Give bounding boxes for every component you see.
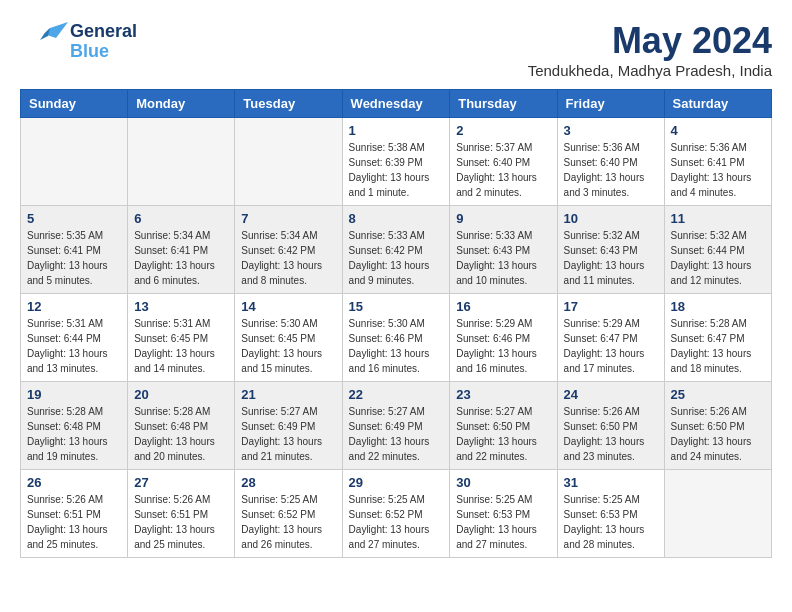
- sunrise-text: Sunrise: 5:36 AM: [671, 140, 765, 155]
- logo-bird-icon: [20, 20, 68, 64]
- day-info: Sunrise: 5:25 AMSunset: 6:53 PMDaylight:…: [564, 492, 658, 552]
- sunrise-text: Sunrise: 5:25 AM: [564, 492, 658, 507]
- weekday-header-saturday: Saturday: [664, 90, 771, 118]
- calendar-cell: 21Sunrise: 5:27 AMSunset: 6:49 PMDayligh…: [235, 382, 342, 470]
- day-number: 9: [456, 211, 550, 226]
- sunset-text: Sunset: 6:43 PM: [456, 243, 550, 258]
- calendar-week-row: 12Sunrise: 5:31 AMSunset: 6:44 PMDayligh…: [21, 294, 772, 382]
- day-info: Sunrise: 5:28 AMSunset: 6:48 PMDaylight:…: [27, 404, 121, 464]
- sunset-text: Sunset: 6:48 PM: [134, 419, 228, 434]
- day-info: Sunrise: 5:26 AMSunset: 6:51 PMDaylight:…: [134, 492, 228, 552]
- calendar-cell: 28Sunrise: 5:25 AMSunset: 6:52 PMDayligh…: [235, 470, 342, 558]
- day-number: 30: [456, 475, 550, 490]
- day-info: Sunrise: 5:31 AMSunset: 6:45 PMDaylight:…: [134, 316, 228, 376]
- sunrise-text: Sunrise: 5:28 AM: [134, 404, 228, 419]
- sunset-text: Sunset: 6:41 PM: [134, 243, 228, 258]
- daylight-text: Daylight: 13 hours and 20 minutes.: [134, 434, 228, 464]
- day-info: Sunrise: 5:30 AMSunset: 6:46 PMDaylight:…: [349, 316, 444, 376]
- daylight-text: Daylight: 13 hours and 16 minutes.: [349, 346, 444, 376]
- sunset-text: Sunset: 6:39 PM: [349, 155, 444, 170]
- daylight-text: Daylight: 13 hours and 25 minutes.: [27, 522, 121, 552]
- sunset-text: Sunset: 6:44 PM: [671, 243, 765, 258]
- calendar-week-row: 19Sunrise: 5:28 AMSunset: 6:48 PMDayligh…: [21, 382, 772, 470]
- calendar-cell: 2Sunrise: 5:37 AMSunset: 6:40 PMDaylight…: [450, 118, 557, 206]
- day-info: Sunrise: 5:27 AMSunset: 6:49 PMDaylight:…: [241, 404, 335, 464]
- daylight-text: Daylight: 13 hours and 2 minutes.: [456, 170, 550, 200]
- logo: General Blue: [20, 20, 137, 64]
- calendar-cell: 31Sunrise: 5:25 AMSunset: 6:53 PMDayligh…: [557, 470, 664, 558]
- day-number: 22: [349, 387, 444, 402]
- calendar-week-row: 26Sunrise: 5:26 AMSunset: 6:51 PMDayligh…: [21, 470, 772, 558]
- sunrise-text: Sunrise: 5:32 AM: [671, 228, 765, 243]
- sunset-text: Sunset: 6:48 PM: [27, 419, 121, 434]
- sunset-text: Sunset: 6:42 PM: [241, 243, 335, 258]
- sunrise-text: Sunrise: 5:27 AM: [456, 404, 550, 419]
- page-header: General Blue May 2024 Tendukheda, Madhya…: [20, 20, 772, 79]
- sunset-text: Sunset: 6:40 PM: [564, 155, 658, 170]
- calendar-cell: 24Sunrise: 5:26 AMSunset: 6:50 PMDayligh…: [557, 382, 664, 470]
- logo-general: General: [70, 22, 137, 42]
- calendar-cell: 23Sunrise: 5:27 AMSunset: 6:50 PMDayligh…: [450, 382, 557, 470]
- daylight-text: Daylight: 13 hours and 4 minutes.: [671, 170, 765, 200]
- calendar-week-row: 1Sunrise: 5:38 AMSunset: 6:39 PMDaylight…: [21, 118, 772, 206]
- day-number: 7: [241, 211, 335, 226]
- sunset-text: Sunset: 6:52 PM: [349, 507, 444, 522]
- day-info: Sunrise: 5:38 AMSunset: 6:39 PMDaylight:…: [349, 140, 444, 200]
- sunset-text: Sunset: 6:47 PM: [671, 331, 765, 346]
- calendar-cell: 18Sunrise: 5:28 AMSunset: 6:47 PMDayligh…: [664, 294, 771, 382]
- day-number: 11: [671, 211, 765, 226]
- calendar-cell: [235, 118, 342, 206]
- calendar-cell: 1Sunrise: 5:38 AMSunset: 6:39 PMDaylight…: [342, 118, 450, 206]
- daylight-text: Daylight: 13 hours and 1 minute.: [349, 170, 444, 200]
- sunrise-text: Sunrise: 5:34 AM: [134, 228, 228, 243]
- sunrise-text: Sunrise: 5:28 AM: [27, 404, 121, 419]
- day-number: 24: [564, 387, 658, 402]
- day-number: 1: [349, 123, 444, 138]
- daylight-text: Daylight: 13 hours and 22 minutes.: [456, 434, 550, 464]
- day-info: Sunrise: 5:25 AMSunset: 6:52 PMDaylight:…: [349, 492, 444, 552]
- daylight-text: Daylight: 13 hours and 26 minutes.: [241, 522, 335, 552]
- sunset-text: Sunset: 6:53 PM: [564, 507, 658, 522]
- daylight-text: Daylight: 13 hours and 25 minutes.: [134, 522, 228, 552]
- daylight-text: Daylight: 13 hours and 14 minutes.: [134, 346, 228, 376]
- day-number: 26: [27, 475, 121, 490]
- sunset-text: Sunset: 6:41 PM: [27, 243, 121, 258]
- calendar-cell: [128, 118, 235, 206]
- daylight-text: Daylight: 13 hours and 22 minutes.: [349, 434, 444, 464]
- location-subtitle: Tendukheda, Madhya Pradesh, India: [528, 62, 772, 79]
- day-info: Sunrise: 5:25 AMSunset: 6:53 PMDaylight:…: [456, 492, 550, 552]
- calendar-cell: 15Sunrise: 5:30 AMSunset: 6:46 PMDayligh…: [342, 294, 450, 382]
- daylight-text: Daylight: 13 hours and 9 minutes.: [349, 258, 444, 288]
- calendar-cell: 12Sunrise: 5:31 AMSunset: 6:44 PMDayligh…: [21, 294, 128, 382]
- day-number: 31: [564, 475, 658, 490]
- day-info: Sunrise: 5:32 AMSunset: 6:43 PMDaylight:…: [564, 228, 658, 288]
- day-number: 12: [27, 299, 121, 314]
- calendar-cell: 9Sunrise: 5:33 AMSunset: 6:43 PMDaylight…: [450, 206, 557, 294]
- logo-blue: Blue: [70, 42, 137, 62]
- month-year-title: May 2024: [528, 20, 772, 62]
- day-info: Sunrise: 5:36 AMSunset: 6:41 PMDaylight:…: [671, 140, 765, 200]
- sunset-text: Sunset: 6:44 PM: [27, 331, 121, 346]
- calendar-cell: 20Sunrise: 5:28 AMSunset: 6:48 PMDayligh…: [128, 382, 235, 470]
- sunrise-text: Sunrise: 5:25 AM: [456, 492, 550, 507]
- daylight-text: Daylight: 13 hours and 27 minutes.: [349, 522, 444, 552]
- day-number: 25: [671, 387, 765, 402]
- day-info: Sunrise: 5:28 AMSunset: 6:48 PMDaylight:…: [134, 404, 228, 464]
- calendar-header-row: SundayMondayTuesdayWednesdayThursdayFrid…: [21, 90, 772, 118]
- day-number: 14: [241, 299, 335, 314]
- calendar-cell: 26Sunrise: 5:26 AMSunset: 6:51 PMDayligh…: [21, 470, 128, 558]
- sunrise-text: Sunrise: 5:28 AM: [671, 316, 765, 331]
- daylight-text: Daylight: 13 hours and 17 minutes.: [564, 346, 658, 376]
- sunset-text: Sunset: 6:49 PM: [241, 419, 335, 434]
- sunrise-text: Sunrise: 5:38 AM: [349, 140, 444, 155]
- day-number: 4: [671, 123, 765, 138]
- day-info: Sunrise: 5:30 AMSunset: 6:45 PMDaylight:…: [241, 316, 335, 376]
- sunset-text: Sunset: 6:40 PM: [456, 155, 550, 170]
- day-number: 15: [349, 299, 444, 314]
- day-number: 21: [241, 387, 335, 402]
- day-info: Sunrise: 5:28 AMSunset: 6:47 PMDaylight:…: [671, 316, 765, 376]
- sunrise-text: Sunrise: 5:26 AM: [134, 492, 228, 507]
- day-number: 27: [134, 475, 228, 490]
- sunrise-text: Sunrise: 5:29 AM: [564, 316, 658, 331]
- sunrise-text: Sunrise: 5:29 AM: [456, 316, 550, 331]
